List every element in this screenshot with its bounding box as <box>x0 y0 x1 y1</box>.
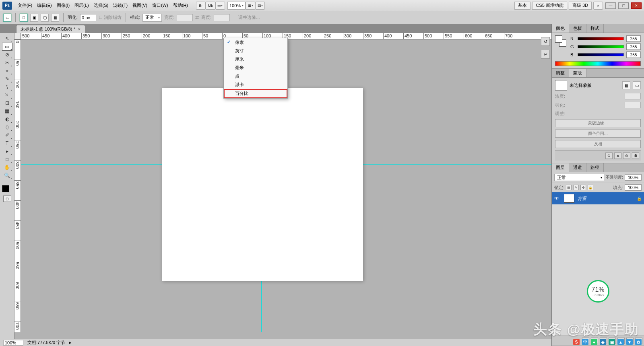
color-range-button[interactable]: 颜色范围... <box>555 130 641 138</box>
workspace-3d[interactable]: 高级 3D <box>569 2 592 10</box>
tray-icon-1[interactable]: S <box>573 339 580 345</box>
lock-position-icon[interactable]: ✥ <box>580 185 586 190</box>
tool-preset-icon[interactable]: ▭ <box>3 14 11 22</box>
antialias-checkbox[interactable]: ☐ 消除锯齿 <box>99 14 122 21</box>
document-canvas[interactable] <box>162 88 363 281</box>
mask-load-icon[interactable]: ⊙ <box>605 152 613 159</box>
fill-field[interactable] <box>625 184 642 191</box>
mask-apply-icon[interactable]: ◈ <box>614 152 621 159</box>
history-panel-icon[interactable]: ↺ <box>541 37 550 46</box>
ctx-unit-毫米[interactable]: 毫米 <box>224 64 287 72</box>
menu-filter[interactable]: 滤镜(T) <box>111 0 130 11</box>
feather-input[interactable] <box>80 14 96 21</box>
minibridge-icon[interactable]: Mb <box>206 2 215 10</box>
tool-14[interactable]: ▸ <box>2 147 12 155</box>
menu-layer[interactable]: 图层(L) <box>72 0 91 11</box>
layer-item-background[interactable]: 👁 背景 🔒 <box>552 192 644 204</box>
vertical-ruler[interactable]: 0501001502002503003504004505005506006507… <box>14 39 21 332</box>
workspace-more-icon[interactable]: » <box>593 2 603 10</box>
tool-7[interactable]: ⛌ <box>2 91 12 99</box>
selection-add-icon[interactable]: ▣ <box>30 14 38 22</box>
window-close-button[interactable]: ✕ <box>631 2 642 9</box>
lock-pixels-icon[interactable]: ✎ <box>573 185 579 190</box>
b-slider[interactable] <box>578 53 624 56</box>
status-arrow-icon[interactable]: ▸ <box>69 340 72 345</box>
tab-styles[interactable]: 样式 <box>586 24 604 33</box>
color-spectrum[interactable] <box>555 61 641 66</box>
invert-button[interactable]: 反相 <box>555 140 641 148</box>
ctx-unit-点[interactable]: 点 <box>224 72 287 80</box>
vector-mask-icon[interactable]: ▭ <box>633 81 641 89</box>
tray-icon-6[interactable]: ▲ <box>617 339 624 345</box>
document-tab-close-icon[interactable]: ✕ <box>78 27 81 31</box>
tool-5[interactable]: ✎ <box>2 75 12 83</box>
tool-11[interactable]: ⬯ <box>2 123 12 131</box>
tool-0[interactable]: ↖ <box>2 35 12 43</box>
opacity-field[interactable] <box>625 174 642 181</box>
g-slider[interactable] <box>578 45 624 48</box>
layer-list[interactable]: 👁 背景 🔒 <box>552 192 644 273</box>
g-value[interactable] <box>626 43 641 50</box>
menu-edit[interactable]: 编辑(E) <box>35 0 54 11</box>
tool-13[interactable]: T <box>2 139 12 147</box>
menu-window[interactable]: 窗口(W) <box>150 0 171 11</box>
style-combo[interactable]: 正常 <box>142 14 162 22</box>
tray-icon-8[interactable]: ✿ <box>635 339 642 345</box>
tab-masks[interactable]: 蒙版 <box>569 69 586 77</box>
tool-12[interactable]: ✐ <box>2 131 12 139</box>
r-slider[interactable] <box>578 37 624 40</box>
tab-swatches[interactable]: 色板 <box>569 24 586 33</box>
tool-10[interactable]: ◐ <box>2 115 12 123</box>
swap-wh-icon[interactable]: ⇄ <box>195 15 199 20</box>
pixel-mask-icon[interactable]: ▦ <box>622 81 630 89</box>
status-zoom-field[interactable] <box>3 340 23 346</box>
tool-6[interactable]: ⟆ <box>2 83 12 91</box>
r-value[interactable] <box>626 35 641 42</box>
selection-subtract-icon[interactable]: ▢ <box>41 14 49 22</box>
tab-paths[interactable]: 路径 <box>586 163 604 172</box>
tab-color[interactable]: 颜色 <box>552 24 569 33</box>
menu-select[interactable]: 选择(S) <box>91 0 111 11</box>
tool-2[interactable]: ⊘ <box>2 51 12 59</box>
fg-bg-swatch[interactable] <box>2 182 12 192</box>
zoom-combo[interactable]: 100%▾ <box>227 2 246 10</box>
tray-icon-7[interactable]: ▼ <box>626 339 633 345</box>
refine-edge-button[interactable]: 调整边缘... <box>238 14 260 21</box>
blend-mode-combo[interactable]: 正常 <box>554 174 604 181</box>
document-tab[interactable]: 未标题-1 @ 100%(RGB/8) * ✕ <box>16 25 85 33</box>
tool-3[interactable]: ✂ <box>2 59 12 67</box>
tool-4[interactable]: ⌖ <box>2 67 12 75</box>
workspace-basic[interactable]: 基本 <box>514 2 530 10</box>
layer-thumbnail[interactable] <box>564 194 574 203</box>
tray-icon-3[interactable]: ● <box>591 339 597 345</box>
screenmode-icon[interactable]: ▭▾ <box>215 2 225 10</box>
fg-bg-mini-swatch[interactable] <box>555 35 566 47</box>
lock-transparent-icon[interactable]: ▦ <box>566 185 572 190</box>
ctx-unit-厘米[interactable]: 厘米 <box>224 55 287 64</box>
mask-edge-button[interactable]: 蒙版边缘... <box>555 119 641 127</box>
window-maximize-button[interactable]: ▢ <box>618 2 629 9</box>
status-docinfo[interactable]: 文档:777.8K/0 字节 <box>27 340 65 346</box>
bridge-icon[interactable]: Br <box>196 2 206 10</box>
selection-new-icon[interactable]: □ <box>20 14 28 22</box>
toolpresets-panel-icon[interactable]: ✂ <box>541 50 550 59</box>
ctx-unit-派卡[interactable]: 派卡 <box>224 80 287 89</box>
selection-intersect-icon[interactable]: ▦ <box>51 14 59 22</box>
mask-disable-icon[interactable]: ⊘ <box>623 152 630 159</box>
layer-name-label[interactable]: 背景 <box>578 196 634 202</box>
tool-9[interactable]: ▦ <box>2 107 12 115</box>
tool-15[interactable]: □ <box>2 155 12 163</box>
tool-16[interactable]: ✋ <box>2 163 12 171</box>
tray-icon-4[interactable]: ◆ <box>600 339 606 345</box>
menu-image[interactable]: 图像(I) <box>54 0 72 11</box>
tool-17[interactable]: 🔍 <box>2 171 12 179</box>
mask-delete-icon[interactable]: 🗑 <box>632 152 639 159</box>
mask-thumbnail[interactable] <box>555 80 567 91</box>
tab-channels[interactable]: 通道 <box>569 163 586 172</box>
menu-help[interactable]: 帮助(H) <box>171 0 190 11</box>
menu-file[interactable]: 文件(F) <box>15 0 35 11</box>
tray-icon-5[interactable]: ▣ <box>609 339 615 345</box>
quickmask-icon[interactable]: ◻ <box>3 196 11 202</box>
ruler-corner[interactable] <box>14 33 21 39</box>
b-value[interactable] <box>626 51 641 58</box>
